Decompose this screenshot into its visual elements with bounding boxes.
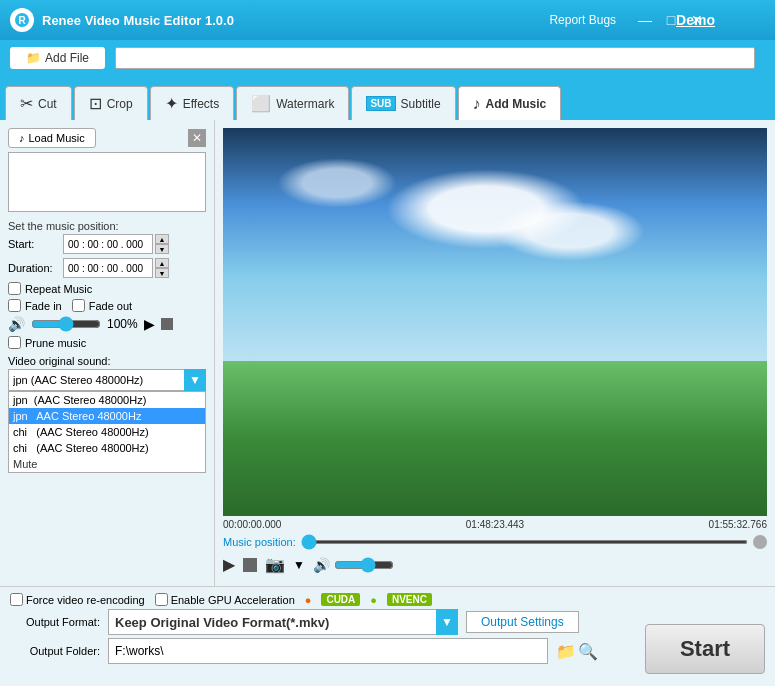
dropdown-item-jpn2[interactable]: jpn AAC Stereo 48000Hz [9,408,205,424]
preview-play-button[interactable]: ▶ [144,316,155,332]
fade-out-checkbox[interactable]: Fade out [72,299,132,312]
start-button-container: Start [645,624,765,674]
svg-text:R: R [18,15,26,26]
crop-icon: ⊡ [89,94,102,113]
app-title: Renee Video Music Editor 1.0.0 [42,13,549,28]
add-music-icon: ♪ [473,95,481,113]
tab-cut[interactable]: ✂ Cut [5,86,72,120]
load-music-button[interactable]: ♪ Load Music [8,128,96,148]
duration-label: Duration: [8,262,63,274]
dropdown-item-mute[interactable]: Mute [9,456,205,472]
video-volume-slider[interactable] [334,557,394,573]
time-mid: 01:48:23.443 [466,519,524,530]
start-button[interactable]: Start [645,624,765,674]
nvenc-badge: NVENC [387,593,432,606]
volume-icon: 🔊 [8,316,25,332]
repeat-music-checkbox[interactable]: Repeat Music [8,282,206,295]
output-format-container: ▼ [108,609,458,635]
enable-gpu-input[interactable] [155,593,168,606]
add-file-button[interactable]: 📁 Add File [10,47,105,69]
time-start: 00:00:00.000 [223,519,281,530]
preview-stop-icon[interactable] [161,318,173,330]
start-label: Start: [8,238,63,250]
report-bugs-link[interactable]: Report Bugs [549,13,616,27]
nvenc-brand-icon: ● [370,594,377,606]
music-note-icon: ♪ [19,132,25,144]
video-preview-container [223,128,767,516]
cuda-badge: CUDA [321,593,360,606]
folder-icons-group: 📁 🔍 [556,642,598,661]
output-folder-input[interactable] [108,638,548,664]
play-button[interactable]: ▶ [223,555,235,574]
app-logo: R [10,8,34,32]
sound-select-container: jpn (AAC Stereo 48000Hz) ▼ [8,369,206,391]
dropdown-arrow-icon[interactable]: ▼ [293,558,305,572]
music-pos-label: Music position: [223,536,296,548]
output-format-input[interactable] [108,609,458,635]
file-path-input[interactable] [115,47,755,69]
sound-select[interactable]: jpn (AAC Stereo 48000Hz) [8,369,206,391]
enable-gpu-checkbox[interactable]: Enable GPU Acceleration [155,593,295,606]
fade-in-checkbox[interactable]: Fade in [8,299,62,312]
camera-icon[interactable]: 📷 [265,555,285,574]
minimize-button[interactable]: — [636,11,654,29]
subtitle-icon: SUB [366,96,395,111]
music-file-list[interactable] [8,152,206,212]
volume-ctrl-icon: 🔊 [313,557,330,573]
cloud-2 [495,201,645,261]
ground-layer [223,361,767,516]
music-position-row: Music position: [223,535,767,549]
start-time-up[interactable]: ▲ [155,234,169,244]
time-end: 01:55:32.766 [709,519,767,530]
dropdown-item-jpn1[interactable]: jpn (AAC Stereo 48000Hz) [9,392,205,408]
dropdown-item-chi2[interactable]: chi (AAC Stereo 48000Hz) [9,440,205,456]
tab-effects[interactable]: ✦ Effects [150,86,234,120]
force-reencode-input[interactable] [10,593,23,606]
output-folder-label: Output Folder: [10,645,100,657]
volume-percent: 100% [107,317,138,331]
fade-in-input[interactable] [8,299,21,312]
playback-controls: ▶ 📷 ▼ 🔊 [223,555,767,574]
force-reencode-checkbox[interactable]: Force video re-encoding [10,593,145,606]
volume-control: 🔊 [313,557,394,573]
watermark-icon: ⬜ [251,94,271,113]
duration-time-input[interactable] [63,258,153,278]
search-folder-button[interactable]: 🔍 [578,642,598,661]
dropdown-item-chi1[interactable]: chi (AAC Stereo 48000Hz) [9,424,205,440]
prune-music-checkbox[interactable]: Prune music [8,336,206,349]
prune-music-input[interactable] [8,336,21,349]
start-time-down[interactable]: ▼ [155,244,169,254]
timeline-row: 00:00:00.000 01:48:23.443 01:55:32.766 [223,516,767,533]
tab-watermark[interactable]: ⬜ Watermark [236,86,349,120]
output-settings-button[interactable]: Output Settings [466,611,579,633]
stop-button[interactable] [243,558,257,572]
sound-dropdown-list: jpn (AAC Stereo 48000Hz) jpn AAC Stereo … [8,391,206,473]
output-format-label: Output Format: [10,616,100,628]
music-position-label: Set the music position: [8,220,206,232]
video-sound-label: Video original sound: [8,355,206,367]
repeat-music-input[interactable] [8,282,21,295]
output-folder-container [108,638,548,664]
duration-time-down[interactable]: ▼ [155,268,169,278]
fade-out-input[interactable] [72,299,85,312]
clear-music-button[interactable]: ✕ [188,129,206,147]
gpu-brand-icon: ● [305,594,312,606]
bottom-options-row: Force video re-encoding Enable GPU Accel… [10,593,765,606]
cloud-3 [277,158,397,208]
tab-add-music[interactable]: ♪ Add Music [458,86,562,120]
demo-label: Demo [676,12,715,28]
clouds-layer [223,147,767,360]
music-slider-thumb [753,535,767,549]
start-time-input[interactable] [63,234,153,254]
add-file-icon: 📁 [26,51,41,65]
volume-slider[interactable] [31,316,101,332]
cut-icon: ✂ [20,94,33,113]
effects-icon: ✦ [165,94,178,113]
browse-folder-button[interactable]: 📁 [556,642,576,661]
tab-subtitle[interactable]: SUB Subtitle [351,86,455,120]
duration-time-up[interactable]: ▲ [155,258,169,268]
music-position-slider[interactable] [301,540,748,544]
tab-crop[interactable]: ⊡ Crop [74,86,148,120]
video-preview [223,128,767,516]
